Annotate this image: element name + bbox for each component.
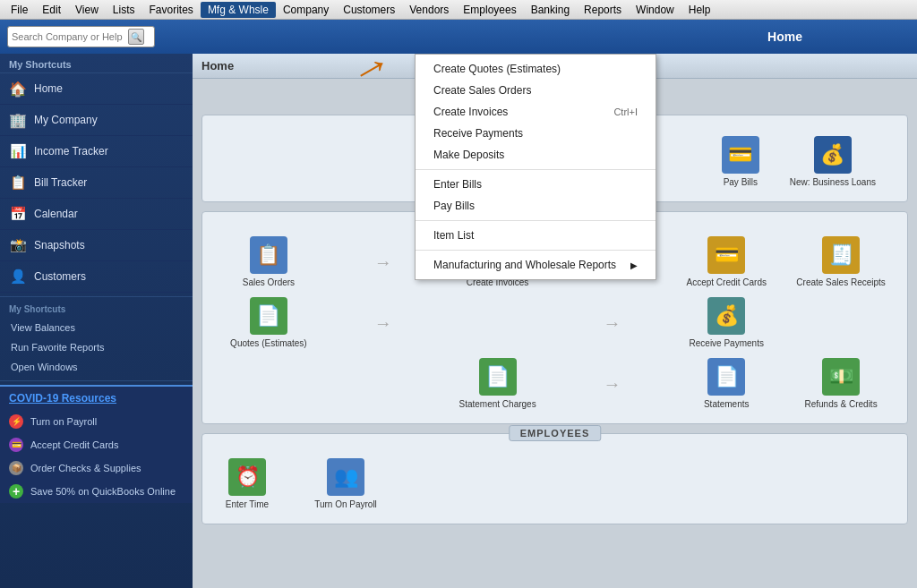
dropdown-enter-bills[interactable]: Enter Bills: [416, 174, 656, 195]
covid-accept-cc[interactable]: 💳 Accept Credit Cards: [0, 433, 193, 456]
home-title-label: Home: [767, 30, 802, 44]
dropdown-receive-payments[interactable]: Receive Payments: [416, 123, 656, 144]
menu-window[interactable]: Window: [629, 2, 681, 18]
mfg-reports-arrow: ▶: [630, 260, 638, 270]
order-checks-icon: 📦: [9, 461, 23, 475]
dropdown-separator-1: [416, 169, 656, 170]
home-icon: 🏠: [9, 80, 27, 98]
sidebar-divider-1: [0, 296, 193, 297]
sidebar-divider-2: [0, 380, 193, 381]
dropdown-create-invoices[interactable]: Create Invoices Ctrl+I: [416, 101, 656, 123]
create-invoices-shortcut: Ctrl+I: [613, 107, 638, 117]
bill-icon: 📋: [9, 174, 27, 192]
income-icon: 📊: [9, 142, 27, 160]
menu-mfg[interactable]: Mfg & Whsle: [201, 2, 276, 18]
menu-banking[interactable]: Banking: [524, 2, 577, 18]
sidebar-item-income-tracker[interactable]: 📊 Income Tracker: [0, 136, 193, 167]
sidebar: My Shortcuts 🏠 Home 🏢 My Company 📊 Incom…: [0, 54, 193, 588]
dropdown-menu: Create Quotes (Estimates) Create Sales O…: [415, 54, 656, 280]
menu-favorites[interactable]: Favorites: [142, 2, 201, 18]
covid-accept-cc-label: Accept Credit Cards: [30, 439, 118, 450]
menu-bar: File Edit View Lists Favorites Mfg & Whs…: [0, 0, 917, 20]
covid-payroll[interactable]: ⚡ Turn on Payroll: [0, 410, 193, 433]
company-icon: 🏢: [9, 111, 27, 129]
sidebar-item-snapshots[interactable]: 📸 Snapshots: [0, 230, 193, 261]
calendar-icon: 📅: [9, 205, 27, 223]
covid-section: COVID-19 Resources ⚡ Turn on Payroll 💳 A…: [0, 385, 193, 503]
sidebar-view-balances[interactable]: View Balances: [0, 318, 193, 337]
dropdown-overlay: → Create Quotes (Estimates) Create Sales…: [193, 54, 917, 588]
sidebar-open-windows[interactable]: Open Windows: [0, 357, 193, 377]
search-button[interactable]: 🔍: [128, 29, 144, 45]
covid-save-50[interactable]: + Save 50% on QuickBooks Online: [0, 480, 193, 503]
sidebar-run-reports[interactable]: Run Favorite Reports: [0, 337, 193, 357]
sidebar-item-customers[interactable]: 👤 Customers: [0, 261, 193, 293]
sidebar-home-label: Home: [34, 82, 63, 95]
arrow-pointer: →: [341, 54, 400, 98]
accept-cc-icon: 💳: [9, 438, 23, 452]
dropdown-mfg-reports[interactable]: Manufacturing and Wholesale Reports ▶: [416, 254, 656, 276]
covid-order-checks[interactable]: 📦 Order Checks & Supplies: [0, 456, 193, 480]
covid-payroll-label: Turn on Payroll: [30, 416, 97, 427]
menu-company[interactable]: Company: [276, 2, 336, 18]
toolbar: 🔍 Home: [0, 20, 917, 54]
search-container: 🔍: [7, 26, 155, 47]
menu-lists[interactable]: Lists: [106, 2, 142, 18]
my-shortcuts-sub-title: My Shortcuts: [0, 301, 193, 318]
sidebar-item-mycompany[interactable]: 🏢 My Company: [0, 105, 193, 136]
dropdown-pay-bills[interactable]: Pay Bills: [416, 195, 656, 217]
save-50-icon: +: [9, 484, 23, 499]
dropdown-separator-2: [416, 220, 656, 221]
dropdown-separator-3: [416, 250, 656, 251]
dropdown-create-sales-orders[interactable]: Create Sales Orders: [416, 80, 656, 101]
sidebar-item-home[interactable]: 🏠 Home: [0, 73, 193, 105]
my-shortcuts-title: My Shortcuts: [0, 54, 193, 73]
sidebar-calendar-label: Calendar: [34, 208, 78, 220]
menu-vendors[interactable]: Vendors: [402, 2, 456, 18]
dropdown-make-deposits[interactable]: Make Deposits: [416, 144, 656, 166]
main-layout: My Shortcuts 🏠 Home 🏢 My Company 📊 Incom…: [0, 54, 917, 588]
menu-employees[interactable]: Employees: [456, 2, 523, 18]
search-input[interactable]: [12, 31, 128, 42]
sidebar-income-label: Income Tracker: [34, 145, 108, 158]
sidebar-snapshots-label: Snapshots: [34, 239, 85, 251]
sidebar-item-calendar[interactable]: 📅 Calendar: [0, 199, 193, 230]
menu-view[interactable]: View: [68, 2, 106, 18]
customers-icon: 👤: [9, 268, 27, 285]
menu-reports[interactable]: Reports: [577, 2, 629, 18]
menu-edit[interactable]: Edit: [35, 2, 68, 18]
dropdown-item-list[interactable]: Item List: [416, 225, 656, 246]
menu-file[interactable]: File: [4, 2, 35, 18]
dropdown-create-quotes[interactable]: Create Quotes (Estimates): [416, 58, 656, 80]
covid-order-checks-label: Order Checks & Supplies: [30, 463, 141, 473]
menu-customers[interactable]: Customers: [336, 2, 402, 18]
sidebar-customers-label: Customers: [34, 270, 86, 283]
menu-help[interactable]: Help: [681, 2, 718, 18]
content-area: Home VENDORS 💳 Pay Bills 💰 New: Business…: [193, 54, 917, 588]
covid-save-50-label: Save 50% on QuickBooks Online: [30, 486, 176, 497]
sidebar-bill-label: Bill Tracker: [34, 176, 87, 189]
sidebar-company-label: My Company: [34, 114, 98, 126]
sidebar-item-bill-tracker[interactable]: 📋 Bill Tracker: [0, 167, 193, 199]
covid-title[interactable]: COVID-19 Resources: [0, 387, 193, 410]
snapshots-icon: 📸: [9, 236, 27, 254]
payroll-icon: ⚡: [9, 414, 23, 429]
